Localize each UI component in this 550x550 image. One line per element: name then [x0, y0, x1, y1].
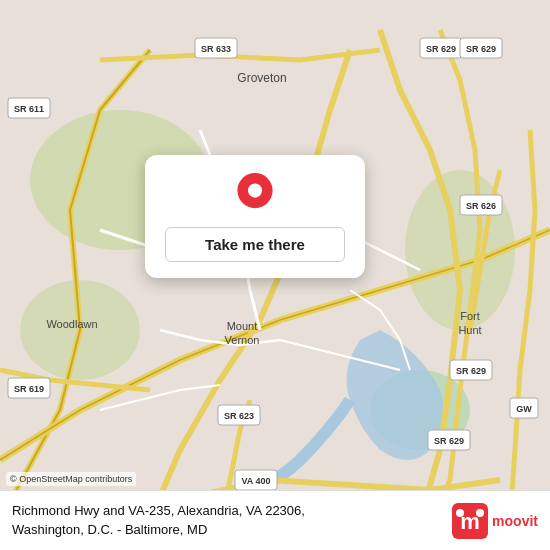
svg-text:Groveton: Groveton [237, 71, 286, 85]
address-text: Richmond Hwy and VA-235, Alexandria, VA … [12, 502, 452, 538]
map-container: SR 629 SR 629 SR 633 SR 611 SR 626 SR 62… [0, 0, 550, 550]
svg-text:SR 633: SR 633 [201, 44, 231, 54]
svg-point-37 [456, 509, 464, 517]
svg-text:SR 629: SR 629 [426, 44, 456, 54]
svg-text:Hunt: Hunt [458, 324, 481, 336]
svg-text:Woodlawn: Woodlawn [46, 318, 97, 330]
cta-overlay: Take me there [145, 155, 365, 278]
moovit-brand-icon: m [452, 503, 488, 539]
svg-text:SR 623: SR 623 [224, 411, 254, 421]
svg-text:Vernon: Vernon [225, 334, 260, 346]
svg-point-34 [248, 184, 262, 198]
svg-text:VA 400: VA 400 [241, 476, 270, 486]
svg-text:SR 619: SR 619 [14, 384, 44, 394]
osm-attribution: © OpenStreetMap contributors [6, 472, 136, 486]
info-bar: Richmond Hwy and VA-235, Alexandria, VA … [0, 490, 550, 550]
map-pin-icon [233, 173, 277, 217]
svg-text:Mount: Mount [227, 320, 258, 332]
svg-point-38 [476, 509, 484, 517]
svg-text:SR 611: SR 611 [14, 104, 44, 114]
moovit-logo: m moovit [452, 503, 538, 539]
svg-text:SR 629: SR 629 [434, 436, 464, 446]
svg-text:SR 629: SR 629 [456, 366, 486, 376]
moovit-brand-name: moovit [492, 513, 538, 529]
svg-text:SR 629: SR 629 [466, 44, 496, 54]
take-me-there-button[interactable]: Take me there [165, 227, 345, 262]
svg-text:GW: GW [516, 404, 532, 414]
svg-text:SR 626: SR 626 [466, 201, 496, 211]
svg-text:Fort: Fort [460, 310, 480, 322]
